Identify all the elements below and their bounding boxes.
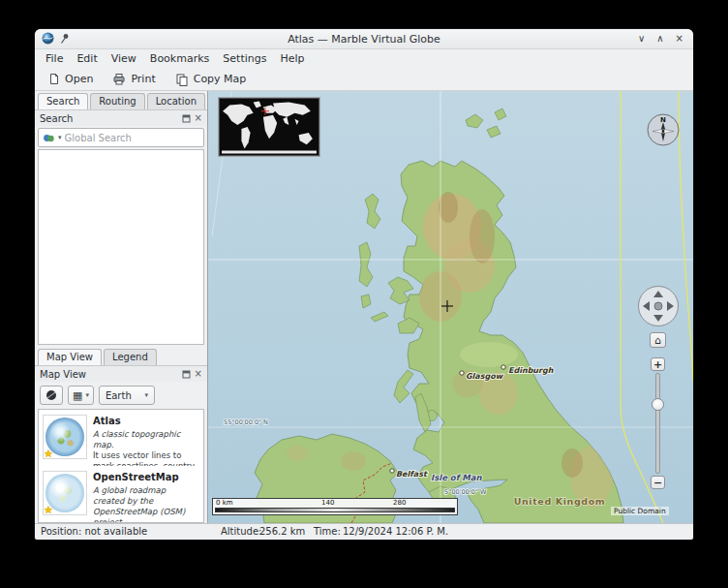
copy-icon: [175, 73, 189, 86]
pan-control[interactable]: [637, 285, 680, 327]
status-time-value: 12/9/2024 12:06 P. M.: [343, 526, 448, 537]
tab-search[interactable]: Search: [38, 93, 88, 109]
projection-button[interactable]: ▦ ▾: [68, 386, 94, 405]
region-label: Isle of Man: [431, 473, 483, 482]
search-mode-arrow-icon[interactable]: ▾: [58, 134, 62, 141]
map-scale-bar: 0 km 140 280: [212, 498, 458, 515]
main-content: Search Routing Location Search × ▾: [35, 91, 693, 523]
tab-map-view[interactable]: Map View: [38, 349, 102, 365]
license-label: Public Domain: [611, 507, 669, 515]
sidebar: Search Routing Location Search × ▾: [35, 91, 208, 523]
screen-background: Atlas — Marble Virtual Globe ∨ ∧ × File …: [0, 0, 728, 588]
menubar: File Edit View Bookmarks Settings Help: [35, 49, 693, 68]
zoom-in-button[interactable]: +: [651, 357, 665, 371]
city-dot-belfast: [390, 469, 394, 473]
grid-icon: ▦: [73, 389, 82, 402]
country-label: United Kingdom: [514, 496, 606, 507]
tab-location[interactable]: Location: [147, 93, 205, 109]
app-window: Atlas — Marble Virtual Globe ∨ ∧ × File …: [35, 29, 693, 540]
city-label: Glasgow: [466, 372, 504, 381]
app-icon: [42, 30, 54, 48]
float-panel-icon[interactable]: [182, 370, 191, 379]
pin-icon[interactable]: [59, 30, 70, 48]
city-dot-glasgow: [460, 371, 464, 375]
search-results-area[interactable]: [38, 149, 204, 345]
maximize-button[interactable]: ∧: [656, 34, 663, 44]
scale-mid: 140: [321, 499, 334, 507]
search-input[interactable]: [65, 133, 199, 143]
sidebar-top-tabs: Search Routing Location: [35, 91, 207, 109]
menu-file[interactable]: File: [39, 50, 70, 67]
overview-map[interactable]: [219, 98, 319, 156]
tab-routing[interactable]: Routing: [90, 93, 144, 109]
float-panel-icon[interactable]: [182, 114, 191, 123]
statusbar: Position: not available Altitude: 256.2 …: [35, 523, 693, 540]
compass-rose[interactable]: N: [646, 112, 681, 147]
map-view-panel-header: Map View ×: [35, 365, 207, 382]
favorite-star-icon[interactable]: ★: [44, 504, 53, 516]
print-icon: [112, 73, 126, 85]
globe-icon: [46, 389, 57, 401]
status-time-label: Time:: [314, 526, 341, 537]
menu-edit[interactable]: Edit: [70, 50, 104, 67]
celestial-body-select[interactable]: Earth ▾: [99, 386, 155, 405]
list-item-atlas[interactable]: ★ Atlas A classic topographic map. It us…: [39, 410, 203, 466]
favorite-star-icon[interactable]: ★: [44, 448, 53, 460]
window-title: Atlas — Marble Virtual Globe: [35, 33, 693, 46]
map-theme-list: ★ Atlas A classic topographic map. It us…: [38, 409, 204, 523]
menu-view[interactable]: View: [105, 50, 143, 67]
global-search-icon[interactable]: [43, 129, 55, 147]
theme-name: OpenStreetMap: [93, 472, 199, 482]
search-panel-title: Search: [40, 113, 178, 124]
close-panel-icon[interactable]: ×: [195, 369, 202, 379]
toolbar: Open Print Copy Map: [35, 68, 693, 91]
scale-zero: 0 km: [216, 499, 233, 507]
status-altitude-value: 256.2 km: [259, 526, 305, 537]
scale-max: 280: [393, 499, 406, 507]
menu-help[interactable]: Help: [273, 50, 311, 67]
celestial-body-button[interactable]: [40, 386, 63, 405]
menu-settings[interactable]: Settings: [216, 50, 273, 67]
sidebar-bottom-tabs: Map View Legend: [35, 347, 207, 365]
zoom-slider-handle[interactable]: [652, 398, 664, 411]
home-button[interactable]: ⌂: [650, 332, 666, 348]
map-view-panel-title: Map View: [40, 369, 178, 380]
map-canvas[interactable]: Glasgow Edinburgh Belfast Isle of Man Un…: [208, 91, 693, 523]
zoom-out-button[interactable]: −: [651, 476, 665, 489]
atlas-thumbnail: ★: [43, 415, 87, 459]
status-altitude-label: Altitude:: [221, 526, 261, 537]
close-button[interactable]: ×: [676, 34, 683, 44]
open-icon: [47, 73, 60, 85]
tab-legend[interactable]: Legend: [104, 349, 157, 365]
map-view-controls: ▦ ▾ Earth ▾: [35, 382, 207, 409]
search-panel-header: Search ×: [35, 109, 207, 126]
longitude-label: 5°00'00.0" W: [444, 488, 487, 496]
theme-description: A classic topographic map.: [93, 429, 199, 450]
theme-description: A global roadmap created by the OpenStre…: [93, 485, 199, 522]
scale-gradient-strip: [215, 508, 455, 512]
latitude-label: 55°00'00.0" N: [224, 418, 268, 426]
zoom-slider-track[interactable]: [655, 373, 660, 474]
menu-bookmarks[interactable]: Bookmarks: [143, 50, 216, 67]
list-item-openstreetmap[interactable]: ★ OpenStreetMap A global roadmap created…: [39, 466, 203, 522]
print-button[interactable]: Print: [106, 71, 161, 87]
titlebar[interactable]: Atlas — Marble Virtual Globe ∨ ∧ ×: [35, 29, 693, 49]
home-icon: ⌂: [654, 334, 661, 347]
open-button[interactable]: Open: [42, 71, 99, 87]
minimize-button[interactable]: ∨: [638, 34, 645, 44]
city-label: Belfast: [396, 470, 428, 479]
osm-thumbnail: ★: [43, 471, 87, 515]
copy-map-button[interactable]: Copy Map: [169, 71, 253, 88]
city-dot-edinburgh: [501, 365, 505, 369]
search-field-row: ▾: [38, 128, 204, 147]
close-panel-icon[interactable]: ×: [195, 113, 202, 123]
status-position: Position: not available: [41, 526, 147, 537]
theme-name: Atlas: [93, 416, 199, 426]
theme-description: It uses vector lines to mark coastlines,…: [93, 450, 199, 466]
world-continents: [222, 101, 317, 153]
city-label: Edinburgh: [508, 366, 554, 375]
